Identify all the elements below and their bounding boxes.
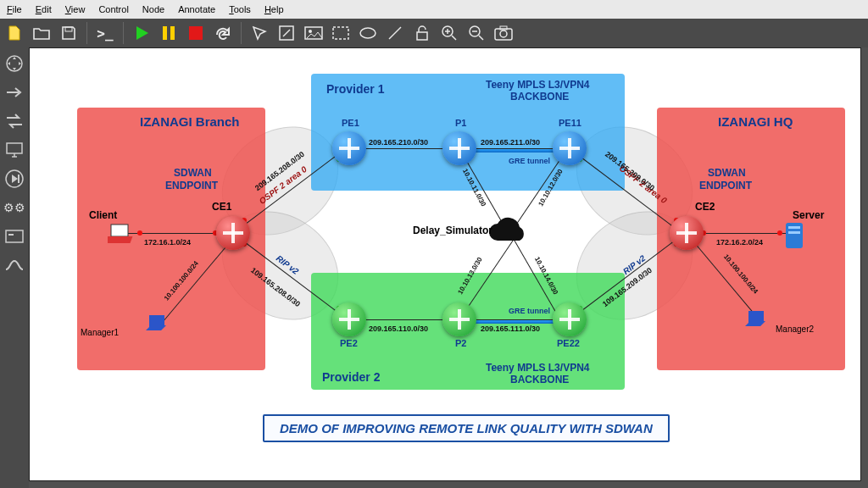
node-server[interactable] [784,221,815,245]
svg-rect-7 [333,27,348,39]
line-icon[interactable] [384,22,406,44]
label-pe2: PE2 [340,338,358,348]
lock-icon[interactable] [411,22,433,44]
sdwan-r-1: SDWAN [708,167,746,179]
label-ce2: CE2 [695,201,715,213]
svg-rect-16 [7,143,22,153]
ip-pe1p1: 209.165.210.0/30 [369,138,428,147]
svg-rect-21 [111,225,128,236]
svg-rect-3 [189,26,203,40]
sdwan-l-1: SDWAN [174,167,212,179]
title-p2: Provider 2 [322,370,380,384]
node-pe1[interactable] [332,131,366,165]
ip-client: 172.16.1.0/24 [144,238,191,247]
title-p1: Provider 1 [326,82,384,96]
marquee-icon[interactable] [330,22,352,44]
gre-top [470,149,564,152]
move-icon[interactable] [3,53,25,75]
node-ce1[interactable] [216,216,250,250]
new-file-icon[interactable] [3,22,25,44]
svg-rect-20 [8,234,14,236]
node-manager1[interactable] [146,312,176,336]
node-p1[interactable] [442,131,476,165]
arrow-bidir-icon[interactable] [3,110,25,132]
node-p2[interactable] [442,302,476,336]
play-icon[interactable] [131,22,153,44]
save-icon[interactable] [58,22,80,44]
node-pe22[interactable] [553,302,587,336]
route-icon[interactable] [3,254,25,276]
sdwan-l-2: ENDPOINT [165,180,218,191]
svg-rect-18 [18,175,19,183]
label-client: Client [89,209,117,221]
pause-icon[interactable] [158,22,180,44]
stop-icon[interactable] [185,22,207,44]
label-server: Server [793,209,824,221]
gre-bot-label: GRE tunnel [509,307,550,315]
node-manager2[interactable] [745,308,776,331]
node-pe2[interactable] [332,302,366,336]
sdwan-r-2: ENDPOINT [699,180,752,191]
redo-icon[interactable] [212,22,234,44]
open-icon[interactable] [31,22,53,44]
label-ce1: CE1 [212,201,231,213]
svg-rect-19 [6,230,23,242]
step-icon[interactable] [3,168,25,190]
node-client[interactable] [108,221,138,245]
svg-rect-1 [163,26,167,40]
node-pe11[interactable] [553,131,587,165]
label-pe22: PE22 [557,338,580,348]
menu-node[interactable]: Node [136,2,171,17]
label-p1r: P1 [455,118,466,128]
caption-p1b: BACKBONE [510,91,569,103]
label-p2r: P2 [455,338,466,348]
image-icon[interactable] [303,22,325,44]
menu-annotate[interactable]: Annotate [171,2,222,17]
gre-top-label: GRE tunnel [509,157,550,165]
svg-rect-24 [788,226,800,229]
label-pe11: PE11 [559,118,581,128]
edit-box-icon[interactable] [275,22,298,44]
menu-control[interactable]: Control [92,2,135,17]
caption-p1a: Teeny MPLS L3/VPN4 [486,79,589,91]
gre-bottom [470,320,564,324]
svg-rect-9 [417,32,427,40]
toolbar: >_ [0,19,868,47]
label-m1: Manager1 [81,328,119,337]
label-m2: Manager2 [776,324,814,334]
monitor-icon[interactable] [3,139,25,161]
terminal-icon[interactable]: >_ [94,22,116,44]
menu-help[interactable]: HelpHelp [258,2,291,17]
node-ce2[interactable] [670,216,704,250]
demo-banner: DEMO OF IMPROVING REMOTE LINK QUALITY WI… [263,414,670,442]
gears-icon[interactable]: ⚙⚙ [3,197,25,219]
node-delay-simulator[interactable] [486,217,531,249]
camera-icon[interactable] [492,22,515,44]
label-delay: Delay_Simulator [413,225,492,236]
svg-point-8 [360,28,376,38]
svg-rect-25 [788,231,800,234]
ip-p2pe22: 209.165.111.0/30 [481,324,540,333]
label-pe1: PE1 [342,118,359,128]
canvas[interactable]: IZANAGI Branch IZANAGI HQ Provider 1 Pro… [29,47,861,481]
zoom-in-icon[interactable] [438,22,460,44]
svg-rect-2 [170,26,175,40]
left-toolbar: ⚙⚙ [0,47,29,488]
caption-p2b: BACKBONE [510,374,569,385]
ip-p1pe11: 209.165.211.0/30 [481,138,540,147]
title-branch: IZANAGI Branch [140,114,240,129]
menu-file[interactable]: FFileile [0,2,29,17]
zoom-out-icon[interactable] [465,22,487,44]
menu-view[interactable]: ViewView [58,2,92,17]
arrow-right-icon[interactable] [3,81,25,103]
menu-edit[interactable]: EditEdit [29,2,58,17]
ip-pe2p2: 209.165.110.0/30 [369,324,428,333]
title-hq: IZANAGI HQ [718,114,793,129]
menu-bar: FFileile EditEdit ViewView Control Node … [0,0,868,19]
caption-p2a: Teeny MPLS L3/VPN4 [486,362,589,374]
select-icon[interactable] [248,22,270,44]
host-icon[interactable] [3,225,25,247]
ip-server: 172.16.2.0/24 [716,238,763,247]
menu-tools[interactable]: ToolsTools [222,2,258,17]
ellipse-icon[interactable] [357,22,379,44]
